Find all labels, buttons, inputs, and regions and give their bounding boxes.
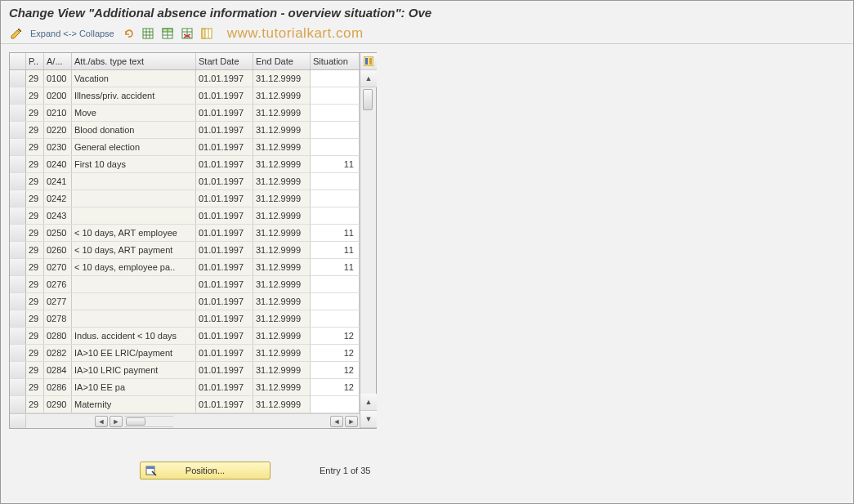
cell-situation[interactable]: 11 (311, 156, 360, 172)
pencil-icon[interactable] (9, 26, 24, 41)
row-selector[interactable] (10, 207, 26, 224)
table-row[interactable]: 290250< 10 days, ART employee01.01.19973… (10, 225, 360, 242)
table-row[interactable]: 290286IA>10 EE pa01.01.199731.12.999912 (10, 379, 360, 396)
row-selector[interactable] (10, 259, 26, 275)
cell-situation[interactable]: 11 (311, 225, 360, 241)
configure-columns-icon[interactable] (360, 53, 377, 70)
row-selector[interactable] (10, 190, 26, 207)
row-selector[interactable] (10, 105, 26, 121)
undo-icon[interactable] (121, 26, 136, 41)
scroll-right2-icon[interactable]: ► (345, 416, 358, 427)
table-row[interactable]: 29027701.01.199731.12.9999 (10, 293, 360, 310)
hscroll-track-text[interactable] (124, 416, 173, 427)
table-row[interactable]: 290240First 10 days01.01.199731.12.99991… (10, 156, 360, 173)
cell-text (72, 310, 196, 327)
column-icon[interactable] (199, 26, 214, 41)
position-button[interactable]: Position... (140, 462, 271, 479)
cell-situation[interactable]: 12 (311, 362, 360, 378)
table-row[interactable]: 290210Move01.01.199731.12.9999 (10, 105, 360, 122)
cell-text: IA>10 EE LRIC/payment (72, 345, 196, 361)
cell-situation[interactable] (311, 105, 360, 121)
row-selector[interactable] (10, 87, 26, 104)
row-selector[interactable] (10, 173, 26, 190)
cell-situation[interactable]: 12 (311, 328, 360, 344)
table-row[interactable]: 29024301.01.199731.12.9999 (10, 207, 360, 225)
table-row[interactable]: 29024101.01.199731.12.9999 (10, 173, 360, 190)
cell-situation[interactable] (311, 396, 360, 413)
table-row[interactable]: 290100Vacation01.01.199731.12.9999 (10, 70, 360, 87)
scroll-up2-icon[interactable]: ▲ (360, 394, 377, 411)
cell-end: 31.12.9999 (253, 293, 311, 310)
cell-start: 01.01.1997 (196, 259, 253, 275)
row-selector[interactable] (10, 242, 26, 258)
row-selector[interactable] (10, 293, 26, 310)
row-selector[interactable] (10, 70, 26, 87)
cell-situation[interactable] (311, 190, 360, 207)
table-row[interactable]: 290282IA>10 EE LRIC/payment01.01.199731.… (10, 345, 360, 362)
vscroll-track[interactable] (360, 87, 376, 394)
cell-situation[interactable]: 11 (311, 259, 360, 275)
cell-situation[interactable] (311, 70, 360, 87)
cell-end: 31.12.9999 (253, 310, 311, 327)
table-select-icon[interactable] (160, 26, 175, 41)
table-row[interactable]: 29027801.01.199731.12.9999 (10, 310, 360, 328)
cell-end: 31.12.9999 (253, 173, 311, 190)
header-select[interactable] (10, 53, 26, 69)
table-row[interactable]: 290284IA>10 LRIC payment01.01.199731.12.… (10, 362, 360, 379)
cell-situation[interactable] (311, 207, 360, 224)
cell-situation[interactable] (311, 173, 360, 190)
cell-p: 29 (26, 328, 44, 344)
header-a[interactable]: A/... (44, 53, 72, 69)
cell-start: 01.01.1997 (196, 207, 253, 224)
row-selector[interactable] (10, 396, 26, 413)
cell-p: 29 (26, 242, 44, 258)
table-row[interactable]: 29027601.01.199731.12.9999 (10, 276, 360, 293)
header-end[interactable]: End Date (253, 53, 311, 69)
table-row[interactable]: 29024201.01.199731.12.9999 (10, 190, 360, 207)
scroll-right-icon[interactable]: ► (110, 416, 123, 427)
cell-start: 01.01.1997 (196, 345, 253, 361)
row-selector[interactable] (10, 122, 26, 138)
cell-situation[interactable]: 11 (311, 242, 360, 258)
table-row[interactable]: 290270< 10 days, employee pa..01.01.1997… (10, 259, 360, 276)
scroll-left2-icon[interactable]: ◄ (330, 416, 343, 427)
row-selector[interactable] (10, 139, 26, 155)
table-row[interactable]: 290260< 10 days, ART payment01.01.199731… (10, 242, 360, 259)
cell-p: 29 (26, 173, 44, 190)
row-selector[interactable] (10, 328, 26, 344)
cell-situation[interactable]: 12 (311, 379, 360, 395)
expand-collapse-button[interactable]: Expand <-> Collapse (29, 29, 116, 38)
row-selector[interactable] (10, 225, 26, 241)
table-icon[interactable] (141, 26, 155, 41)
scroll-down-icon[interactable]: ▼ (360, 411, 377, 428)
row-selector[interactable] (10, 362, 26, 378)
vscroll-thumb[interactable] (363, 89, 373, 110)
table-row[interactable]: 290280Indus. accident < 10 days01.01.199… (10, 328, 360, 345)
cell-end: 31.12.9999 (253, 105, 311, 121)
cell-situation[interactable] (311, 276, 360, 292)
header-situation[interactable]: Situation (311, 53, 360, 69)
table-row[interactable]: 290230General election01.01.199731.12.99… (10, 139, 360, 156)
scroll-left-icon[interactable]: ◄ (95, 416, 108, 427)
table-deselect-icon[interactable] (180, 26, 194, 41)
scroll-up-icon[interactable]: ▲ (360, 70, 377, 87)
header-start[interactable]: Start Date (196, 53, 253, 69)
header-text[interactable]: Att./abs. type text (72, 53, 196, 69)
table-row[interactable]: 290290Maternity01.01.199731.12.9999 (10, 396, 360, 413)
table-row[interactable]: 290200Illness/priv. accident01.01.199731… (10, 87, 360, 105)
cell-situation[interactable]: 12 (311, 345, 360, 361)
row-selector[interactable] (10, 345, 26, 361)
row-selector[interactable] (10, 156, 26, 172)
cell-a: 0270 (44, 259, 72, 275)
row-selector[interactable] (10, 276, 26, 292)
header-p[interactable]: P.. (26, 53, 44, 69)
cell-situation[interactable] (311, 87, 360, 104)
cell-situation[interactable] (311, 139, 360, 155)
row-selector[interactable] (10, 379, 26, 395)
row-selector[interactable] (10, 310, 26, 327)
hscroll-thumb[interactable] (126, 417, 145, 426)
cell-situation[interactable] (311, 293, 360, 310)
cell-situation[interactable] (311, 122, 360, 138)
cell-situation[interactable] (311, 310, 360, 327)
table-row[interactable]: 290220Blood donation01.01.199731.12.9999 (10, 122, 360, 139)
